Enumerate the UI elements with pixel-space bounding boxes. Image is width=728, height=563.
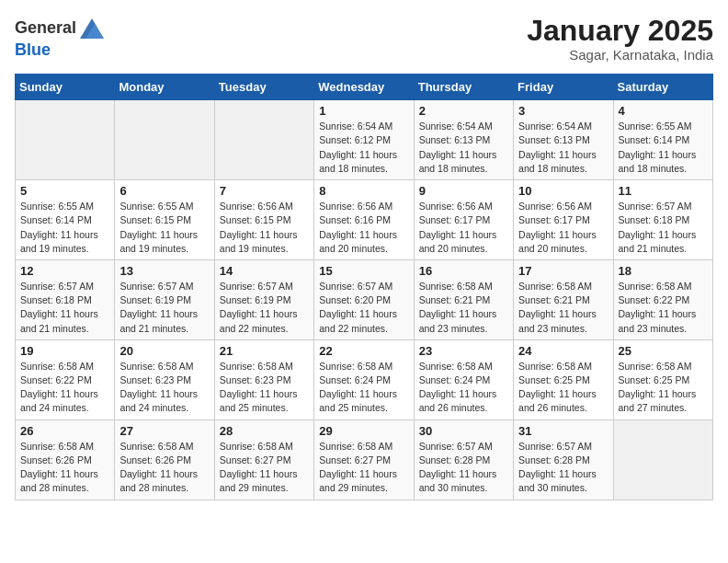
day-number: 23 [419,344,508,358]
day-number: 22 [319,344,408,358]
day-number: 6 [119,184,209,198]
day-cell: 8Sunrise: 6:56 AMSunset: 6:16 PMDaylight… [314,180,414,260]
logo-general: General [15,18,76,38]
day-number: 14 [220,264,309,278]
week-row-4: 26Sunrise: 6:58 AMSunset: 6:26 PMDayligh… [16,419,713,500]
day-header-monday: Monday [115,75,214,100]
day-cell: 15Sunrise: 6:57 AMSunset: 6:20 PMDayligh… [314,259,414,339]
day-detail: Sunrise: 6:56 AMSunset: 6:15 PMDaylight:… [220,200,309,256]
day-detail: Sunrise: 6:54 AMSunset: 6:12 PMDaylight:… [319,120,408,176]
calendar-table: SundayMondayTuesdayWednesdayThursdayFrid… [15,74,713,500]
day-detail: Sunrise: 6:56 AMSunset: 6:16 PMDaylight:… [319,200,408,256]
day-number: 25 [619,344,708,358]
day-detail: Sunrise: 6:58 AMSunset: 6:22 PMDaylight:… [619,280,708,336]
day-number: 28 [220,424,309,438]
day-number: 31 [518,424,608,438]
day-header-sunday: Sunday [16,75,115,100]
logo-icon [78,15,106,40]
day-number: 19 [20,344,109,358]
day-cell: 22Sunrise: 6:58 AMSunset: 6:24 PMDayligh… [314,339,414,419]
day-cell: 21Sunrise: 6:58 AMSunset: 6:23 PMDayligh… [214,339,313,419]
day-cell: 24Sunrise: 6:58 AMSunset: 6:25 PMDayligh… [514,339,613,419]
day-cell: 11Sunrise: 6:57 AMSunset: 6:18 PMDayligh… [613,180,712,260]
day-detail: Sunrise: 6:58 AMSunset: 6:26 PMDaylight:… [119,440,209,496]
day-number: 17 [518,264,608,278]
day-cell: 27Sunrise: 6:58 AMSunset: 6:26 PMDayligh… [115,419,214,500]
day-cell: 4Sunrise: 6:55 AMSunset: 6:14 PMDaylight… [613,100,712,180]
day-number: 10 [518,184,608,198]
day-number: 24 [518,344,608,358]
calendar-title: January 2025 [527,15,713,47]
day-header-friday: Friday [514,75,613,100]
day-detail: Sunrise: 6:55 AMSunset: 6:15 PMDaylight:… [119,200,209,256]
day-detail: Sunrise: 6:58 AMSunset: 6:27 PMDaylight:… [319,440,408,496]
day-number: 7 [220,184,309,198]
day-header-thursday: Thursday [414,75,513,100]
day-number: 5 [20,184,109,198]
day-detail: Sunrise: 6:54 AMSunset: 6:13 PMDaylight:… [518,120,608,176]
day-detail: Sunrise: 6:57 AMSunset: 6:20 PMDaylight:… [319,280,408,336]
day-number: 16 [419,264,508,278]
day-detail: Sunrise: 6:58 AMSunset: 6:25 PMDaylight:… [518,360,608,416]
day-number: 29 [319,424,408,438]
day-cell: 19Sunrise: 6:58 AMSunset: 6:22 PMDayligh… [16,339,115,419]
day-detail: Sunrise: 6:58 AMSunset: 6:21 PMDaylight:… [419,280,508,336]
day-cell [613,419,712,500]
day-detail: Sunrise: 6:58 AMSunset: 6:25 PMDaylight:… [619,360,708,416]
day-detail: Sunrise: 6:58 AMSunset: 6:24 PMDaylight:… [419,360,508,416]
day-detail: Sunrise: 6:58 AMSunset: 6:21 PMDaylight:… [518,280,608,336]
day-cell: 3Sunrise: 6:54 AMSunset: 6:13 PMDaylight… [514,100,613,180]
title-block: January 2025 Sagar, Karnataka, India [527,15,713,63]
day-number: 4 [619,104,708,118]
day-number: 2 [419,104,508,118]
day-cell: 1Sunrise: 6:54 AMSunset: 6:12 PMDaylight… [314,100,414,180]
day-cell: 18Sunrise: 6:58 AMSunset: 6:22 PMDayligh… [613,259,712,339]
day-detail: Sunrise: 6:56 AMSunset: 6:17 PMDaylight:… [419,200,508,256]
day-detail: Sunrise: 6:57 AMSunset: 6:18 PMDaylight:… [619,200,708,256]
day-number: 21 [220,344,309,358]
day-number: 30 [419,424,508,438]
day-header-tuesday: Tuesday [214,75,313,100]
day-cell: 17Sunrise: 6:58 AMSunset: 6:21 PMDayligh… [514,259,613,339]
day-detail: Sunrise: 6:57 AMSunset: 6:19 PMDaylight:… [119,280,209,336]
day-cell: 23Sunrise: 6:58 AMSunset: 6:24 PMDayligh… [414,339,513,419]
day-cell [16,100,115,180]
day-cell: 31Sunrise: 6:57 AMSunset: 6:28 PMDayligh… [514,419,613,500]
day-cell: 25Sunrise: 6:58 AMSunset: 6:25 PMDayligh… [613,339,712,419]
day-detail: Sunrise: 6:58 AMSunset: 6:23 PMDaylight:… [220,360,309,416]
day-number: 8 [319,184,408,198]
day-detail: Sunrise: 6:58 AMSunset: 6:23 PMDaylight:… [119,360,209,416]
day-number: 3 [518,104,608,118]
day-detail: Sunrise: 6:56 AMSunset: 6:17 PMDaylight:… [518,200,608,256]
day-detail: Sunrise: 6:57 AMSunset: 6:19 PMDaylight:… [220,280,309,336]
day-detail: Sunrise: 6:57 AMSunset: 6:28 PMDaylight:… [419,440,508,496]
header: General Blue January 2025 Sagar, Karnata… [15,15,713,63]
day-cell: 20Sunrise: 6:58 AMSunset: 6:23 PMDayligh… [115,339,214,419]
day-cell: 2Sunrise: 6:54 AMSunset: 6:13 PMDaylight… [414,100,513,180]
day-cell: 28Sunrise: 6:58 AMSunset: 6:27 PMDayligh… [214,419,313,500]
day-cell: 12Sunrise: 6:57 AMSunset: 6:18 PMDayligh… [16,259,115,339]
day-number: 1 [319,104,408,118]
day-number: 26 [20,424,109,438]
day-cell: 13Sunrise: 6:57 AMSunset: 6:19 PMDayligh… [115,259,214,339]
day-cell: 7Sunrise: 6:56 AMSunset: 6:15 PMDaylight… [214,180,313,260]
day-cell: 30Sunrise: 6:57 AMSunset: 6:28 PMDayligh… [414,419,513,500]
day-cell: 29Sunrise: 6:58 AMSunset: 6:27 PMDayligh… [314,419,414,500]
day-cell: 5Sunrise: 6:55 AMSunset: 6:14 PMDaylight… [16,180,115,260]
day-header-saturday: Saturday [613,75,712,100]
day-number: 18 [619,264,708,278]
day-cell: 14Sunrise: 6:57 AMSunset: 6:19 PMDayligh… [214,259,313,339]
day-cell [115,100,214,180]
logo-blue: Blue [15,40,51,59]
week-row-0: 1Sunrise: 6:54 AMSunset: 6:12 PMDaylight… [16,100,713,180]
calendar-subtitle: Sagar, Karnataka, India [527,47,713,63]
day-detail: Sunrise: 6:55 AMSunset: 6:14 PMDaylight:… [20,200,109,256]
day-cell: 10Sunrise: 6:56 AMSunset: 6:17 PMDayligh… [514,180,613,260]
day-detail: Sunrise: 6:58 AMSunset: 6:27 PMDaylight:… [220,440,309,496]
day-number: 11 [619,184,708,198]
week-row-2: 12Sunrise: 6:57 AMSunset: 6:18 PMDayligh… [16,259,713,339]
day-number: 20 [119,344,209,358]
day-number: 13 [119,264,209,278]
day-detail: Sunrise: 6:55 AMSunset: 6:14 PMDaylight:… [619,120,708,176]
day-detail: Sunrise: 6:57 AMSunset: 6:28 PMDaylight:… [518,440,608,496]
